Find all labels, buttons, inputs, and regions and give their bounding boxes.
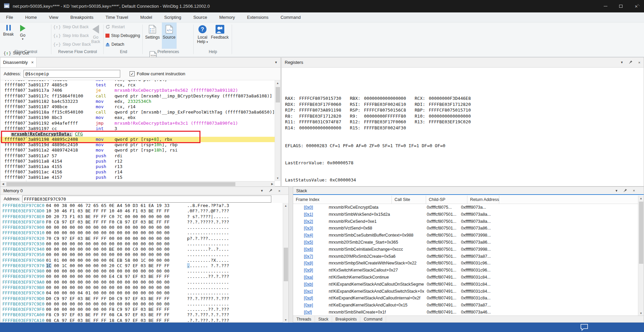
memory-row[interactable]: FFFFBE03EF97C8D010 30 46 F1 03 BE FF FF … [0, 208, 283, 214]
register[interactable]: RBP:FFFFCF8075015710 [415, 107, 479, 113]
memory-bytes[interactable]: 00 00 00 00 00 00 00 00 00 00 00 00 00 0… [46, 285, 187, 290]
stack-frame-row[interactable]: [0xe]nt!KeExpandKernelStackAndCallout+0x… [293, 302, 638, 309]
panel-bottom-tab[interactable]: Command [360, 316, 386, 322]
stack-frame-row[interactable]: [0x5]mrxsmb20!Smb2Create_Start+0x3650xff… [293, 239, 638, 246]
memory-row[interactable]: FFFFBE03EF97C8C004 00 38 00 46 72 65 65 … [0, 203, 283, 208]
stack-frame-row[interactable]: [0x2]mrxsmb!RxCeSend+0xe10xffffcf807501.… [293, 218, 638, 225]
stack-frame-row[interactable]: [0xf]mrxsmb!SmbShellCreate+0x1f0xffffcf8… [293, 309, 638, 316]
register[interactable]: R9:00000000FFFFFF80 [350, 113, 415, 119]
disassembly-line[interactable]: fffff807`3a89118a ff15c0540100callqword … [0, 110, 275, 115]
ribbon-tab[interactable]: Model [134, 12, 158, 22]
stack-frame-row[interactable]: [0xb]nt!KiExpandKernelStackAndCalloutOnS… [293, 281, 638, 288]
register[interactable]: RBX:0000000000000000 [350, 95, 415, 101]
scroll-right-icon[interactable]: ▶ [271, 182, 273, 185]
scrollbar-thumb[interactable] [276, 87, 280, 102]
frame-index-link[interactable]: [0x3] [293, 225, 325, 232]
stop-debugging-button[interactable]: Stop Debugging [105, 31, 140, 40]
memory-row[interactable]: FFFFBE03EF97C9A000 00 00 00 00 00 00 00 … [0, 280, 283, 285]
step-out-back-button[interactable]: {↑}Step Out Back [53, 23, 91, 31]
memory-bytes[interactable]: 00 00 00 00 00 00 00 00 00 00 00 00 00 0… [46, 230, 187, 236]
ribbon-tab[interactable]: Time Travel [99, 12, 134, 22]
memory-bytes[interactable]: 00 00 00 00 00 00 00 00 F8 C9 97 EF 03 B… [46, 307, 187, 312]
panel-splitter[interactable] [289, 186, 293, 323]
stack-frame-row[interactable]: [0xd]nt!KeExpandKernelStackAndCalloutInt… [293, 295, 638, 302]
memory-address-input[interactable] [22, 196, 271, 203]
stack-column-header[interactable]: Child-SP [426, 196, 467, 204]
frame-index-link[interactable]: [0x7] [293, 253, 325, 260]
register[interactable]: R13:FFFFBE03EF19C020 [415, 119, 479, 125]
disassembly-line[interactable]: fffff807`3a891192 e94afeffffjmpmrxsmb!Rx… [0, 121, 275, 126]
ribbon-tab[interactable]: Command [274, 12, 307, 22]
ribbon-tab[interactable]: Source [187, 12, 213, 22]
disassembly-current-line[interactable]: fffff807`3a891198 48895c2408movqword ptr… [0, 137, 275, 142]
stack-column-header[interactable]: Frame Index [293, 196, 392, 204]
settings-button[interactable]: Settings [144, 23, 160, 49]
scroll-down-icon[interactable]: ▼ [638, 312, 644, 315]
disassembly-line[interactable]: fffff807`3a891187 498bcemovrcx, r14 [0, 104, 275, 110]
panel-bottom-tab[interactable]: Breakpoints [332, 316, 360, 322]
disassembly-line[interactable]: fffff807`3a8911a7 57pushrdi [0, 153, 275, 159]
disassembly-horizontal-scrollbar[interactable]: ◀ ▶ [0, 181, 275, 186]
panel-bottom-tab[interactable]: Threads [293, 316, 315, 322]
disassembly-line[interactable]: fffff807`3a891190 8bc3moveax, ebx [0, 115, 275, 120]
register[interactable]: R12:FFFFBE03F17F0060 [350, 119, 415, 125]
memory-row[interactable]: FFFFBE03EF97C99000 00 00 00 00 00 00 00 … [0, 274, 283, 279]
stack-frame-row[interactable]: [0xa]nt!KiSwitchKernelStackContinue0xfff… [293, 274, 638, 281]
scroll-up-icon[interactable]: ▲ [638, 197, 644, 200]
go-back-button[interactable]: Go Back [89, 23, 102, 49]
maximize-button[interactable] [613, 0, 629, 12]
frame-index-link[interactable]: [0x9] [293, 267, 325, 274]
frame-index-link[interactable]: [0x6] [293, 246, 325, 253]
disassembly-line[interactable]: fffff807`3a89117a 7406jemrxsmb!RxCeDecry… [0, 88, 275, 93]
cfg-link[interactable]: CFG [75, 131, 83, 136]
memory-row[interactable]: FFFFBE03EF97C9E000 00 00 00 00 00 00 00 … [0, 301, 283, 307]
step-over-back-button[interactable]: {↶}Step Over Back [53, 40, 91, 49]
register[interactable]: RSP:FFFFCF80750156C8 [350, 107, 415, 113]
memory-row[interactable]: FFFFBE03EF97C96001 01 00 00 00 00 00 00 … [0, 258, 283, 263]
memory-bytes[interactable]: 00 00 00 00 00 00 00 00 BE 00 00 C0 00 0… [46, 247, 187, 252]
memory-bytes[interactable]: 01 01 00 00 00 00 00 00 0E EB 58 00 1C 0… [46, 258, 187, 263]
disassembly-line[interactable]: fffff807`3a891197 ccint3 [0, 126, 275, 131]
panel-menu-icon[interactable]: ▾ [260, 189, 264, 193]
panel-menu-icon[interactable]: ▾ [274, 60, 278, 65]
scrollbar-thumb[interactable] [639, 202, 643, 264]
memory-bytes[interactable]: F0 C8 97 EF 03 BE FF FF F0 C8 97 EF 03 B… [46, 219, 187, 225]
ribbon-tab[interactable]: Scripting [158, 12, 187, 22]
scroll-left-icon[interactable]: ◀ [2, 182, 4, 185]
ribbon-tab[interactable]: Memory [213, 12, 241, 22]
memory-row[interactable]: FFFFBE03EF97C91000 00 00 00 00 00 00 00 … [0, 230, 283, 236]
scrollbar-thumb[interactable] [6, 182, 235, 186]
memory-row[interactable]: FFFFBE03EF97C93000 00 00 00 00 00 00 00 … [0, 241, 283, 247]
ribbon-tab[interactable]: File [0, 12, 19, 22]
close-icon[interactable]: × [632, 189, 636, 193]
frame-index-link[interactable]: [0x8] [293, 260, 325, 267]
stack-vertical-scrollbar[interactable]: ▲ ▼ [638, 196, 644, 316]
stack-frame-row[interactable]: [0x8]mrxsmb!SmbpShellCreateWithNewStack+… [293, 260, 638, 267]
restart-button[interactable]: Restart [105, 23, 140, 31]
disassembly-line[interactable]: fffff807`3a8911a2 4889742418movqword ptr… [0, 148, 275, 153]
break-button[interactable]: Break [1, 23, 15, 49]
memory-bytes[interactable]: F8 C9 97 EF 03 BE FF FF 08 CA 97 EF 03 B… [46, 312, 187, 318]
disassembly-line[interactable]: fffff807`3a891177 4885c9testrcx, rcx [0, 82, 275, 88]
memory-row[interactable]: FFFFBE03EF97C95000 00 00 00 00 00 00 00 … [0, 252, 283, 257]
detach-button[interactable]: Detach [105, 40, 140, 49]
memory-bytes[interactable]: 1C 00 1C 00 00 00 00 00 20 CC 97 EF 03 B… [46, 263, 187, 268]
memory-bytes[interactable]: 00 00 00 00 00 00 00 00 00 00 00 00 00 0… [46, 241, 187, 247]
memory-vertical-scrollbar[interactable]: ▲ ▼ [283, 203, 288, 323]
disassembly-line[interactable]: fffff807`3a8911a8 4154pushr12 [0, 159, 275, 164]
collapse-ribbon-button[interactable] [635, 2, 641, 8]
disassembly-line[interactable]: fffff807`3a8911aa 4155pushr13 [0, 164, 275, 169]
pin-icon[interactable] [268, 189, 273, 193]
disassembly-line[interactable]: fffff807`3a89117c ff15864f0100callqword … [0, 93, 275, 99]
frame-index-link[interactable]: [0x2] [293, 218, 325, 225]
stack-column-header[interactable]: Call Site [392, 196, 426, 204]
follow-current-instruction-checkbox[interactable]: ✓ [130, 71, 135, 76]
stack-frame-row[interactable]: [0x0]mrxsmb!RxCeEncryptData0xffffcf8075.… [293, 204, 638, 211]
pin-icon[interactable] [623, 189, 628, 193]
stack-frame-row[interactable]: [0xc]nt!KiExpandKernelStackAndCalloutSwi… [293, 288, 638, 295]
disassembly-line[interactable]: fffff807`3a891182 ba4c533223movedx, 2332… [0, 99, 275, 104]
memory-bytes[interactable]: 00 00 00 00 00 00 00 00 00 00 00 00 00 0… [46, 301, 187, 307]
memory-bytes[interactable]: 00 00 00 00 00 00 00 00 00 00 00 00 00 0… [46, 280, 187, 285]
memory-bytes[interactable]: 70 C9 97 EF 03 BE FF FF 00 00 00 00 00 0… [46, 236, 187, 241]
memory-row[interactable]: FFFFBE03EF97C8F0F0 C8 97 EF 03 BE FF FF … [0, 219, 283, 225]
